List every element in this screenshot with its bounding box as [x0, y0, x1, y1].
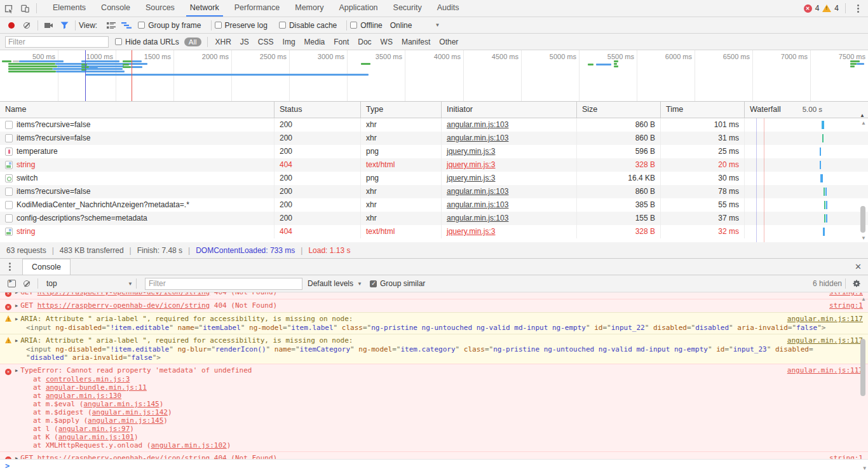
warning-badge-icon[interactable] [822, 4, 831, 12]
network-request-row[interactable]: KodiMediaCenter_NachrichtAnzeigen?metada… [0, 198, 868, 212]
network-request-row[interactable]: temperature200pngjquery.min.js:3596 B25 … [0, 145, 868, 158]
filter-type-font[interactable]: Font [334, 38, 349, 46]
stack-link[interactable]: angular.min.js:101 [58, 433, 134, 441]
tab-console[interactable]: Console [22, 259, 71, 275]
network-request-row[interactable]: string404text/htmljquery.min.js:3328 B32… [0, 225, 868, 238]
console-filter-input[interactable] [145, 278, 302, 290]
initiator-link[interactable]: jquery.min.js:3 [447, 227, 495, 236]
column-header-type[interactable]: Type [361, 102, 442, 118]
request-url-link[interactable]: https://raspberry-openhab-dev/icon/strin… [37, 301, 210, 310]
network-request-row[interactable]: items?recursive=false200xhrangular.min.j… [0, 118, 868, 132]
tab-network[interactable]: Network [182, 0, 227, 17]
filter-type-other[interactable]: Other [439, 38, 458, 46]
initiator-link[interactable]: angular.min.js:103 [447, 187, 508, 196]
filter-type-media[interactable]: Media [304, 38, 325, 46]
console-sidebar-toggle-icon[interactable] [4, 277, 19, 291]
column-header-size[interactable]: Size [577, 102, 661, 118]
tab-application[interactable]: Application [331, 0, 385, 17]
scroll-up-icon[interactable]: ▲ [861, 296, 866, 302]
large-rows-view-icon[interactable] [104, 18, 119, 32]
scrollbar-thumb[interactable] [860, 206, 865, 233]
initiator-link[interactable]: angular.min.js:103 [447, 120, 508, 129]
tab-memory[interactable]: Memory [287, 0, 331, 17]
network-request-row[interactable]: switch200pngjquery.min.js:316.4 KB30 ms [0, 172, 868, 185]
offline-checkbox[interactable] [350, 22, 357, 29]
close-icon[interactable]: ✕ [855, 262, 862, 271]
device-toolbar-icon[interactable] [17, 0, 33, 17]
filter-type-img[interactable]: Img [283, 38, 295, 46]
initiator-link[interactable]: angular.min.js:103 [447, 214, 508, 223]
filter-funnel-icon[interactable] [57, 18, 72, 32]
column-header-initiator[interactable]: Initiator [442, 102, 577, 118]
inspect-element-icon[interactable] [0, 0, 17, 17]
scroll-up-icon[interactable]: ▲ [861, 120, 866, 126]
network-request-row[interactable]: string404text/htmljquery.min.js:3328 B20… [0, 158, 868, 172]
filter-type-js[interactable]: JS [240, 38, 249, 46]
stack-link[interactable]: angular-bundle.min.js:11 [46, 383, 147, 392]
expand-caret-icon[interactable]: ▶ [15, 338, 18, 343]
clear-console-button[interactable] [19, 277, 34, 291]
screenshots-icon[interactable] [41, 18, 57, 32]
filter-type-doc[interactable]: Doc [358, 38, 371, 46]
console-prompt[interactable]: > ▼ [0, 459, 868, 473]
tab-elements[interactable]: Elements [45, 0, 93, 17]
filter-type-ws[interactable]: WS [381, 38, 393, 46]
source-location-link[interactable]: string:1 [829, 292, 863, 296]
initiator-link[interactable]: angular.min.js:103 [447, 134, 508, 142]
column-header-name[interactable]: Name [0, 102, 275, 118]
drawer-menu-icon[interactable] [4, 260, 16, 273]
source-location-link[interactable]: string:1 [829, 454, 863, 459]
chevron-down-icon[interactable]: ▼ [435, 22, 440, 28]
group-by-frame-checkbox[interactable] [138, 22, 145, 29]
request-url-link[interactable]: https://raspberry-openhab-dev/icon/strin… [37, 454, 210, 459]
network-request-row[interactable]: items?recursive=false200xhrangular.min.j… [0, 132, 868, 145]
stack-link[interactable]: angular.min.js:102 [151, 441, 226, 449]
record-button[interactable] [4, 18, 19, 32]
initiator-link[interactable]: jquery.min.js:3 [447, 147, 495, 156]
execution-context-select[interactable]: top ▼ [46, 279, 133, 288]
preserve-log-checkbox[interactable] [215, 22, 222, 29]
tab-audits[interactable]: Audits [430, 0, 467, 17]
disable-cache-checkbox[interactable] [279, 22, 286, 29]
network-filter-input[interactable] [5, 36, 109, 48]
devtools-menu-icon[interactable] [852, 2, 864, 15]
tab-console[interactable]: Console [93, 0, 138, 17]
throttling-select[interactable]: Online [390, 21, 412, 30]
stack-link[interactable]: angular.min.js:145 [83, 400, 159, 408]
stack-link[interactable]: controllers.min.js:3 [46, 375, 130, 383]
error-badge-icon[interactable]: ✕ [804, 4, 812, 13]
overview-waterfall-icon[interactable] [119, 18, 134, 32]
stack-link[interactable]: angular.min.js:142 [92, 408, 168, 416]
initiator-link[interactable]: angular.min.js:103 [447, 200, 508, 209]
network-request-row[interactable]: items?recursive=false200xhrangular.min.j… [0, 185, 868, 198]
filter-type-css[interactable]: CSS [258, 38, 274, 46]
filter-type-all[interactable]: All [184, 38, 201, 46]
network-overview-timeline[interactable]: 500 ms1000 ms1500 ms2000 ms2500 ms3000 m… [0, 50, 868, 102]
column-header-waterfall[interactable]: Waterfall5.00 s▲ [745, 102, 868, 118]
console-settings-gear-icon[interactable] [849, 277, 864, 291]
scroll-down-icon[interactable]: ▼ [863, 465, 866, 471]
column-header-status[interactable]: Status [275, 102, 361, 118]
initiator-link[interactable]: jquery.min.js:3 [447, 160, 495, 169]
tab-performance[interactable]: Performance [227, 0, 288, 17]
tab-security[interactable]: Security [386, 0, 430, 17]
source-location-link[interactable]: string:1 [829, 301, 863, 310]
request-url-link[interactable]: https://raspberry-openhab-dev/icon/strin… [37, 292, 210, 296]
network-request-row[interactable]: config-descriptions?scheme=metadata200xh… [0, 212, 868, 225]
source-location-link[interactable]: angular.min.js:117 [787, 315, 863, 323]
stack-link[interactable]: angular.min.js:97 [58, 425, 130, 433]
initiator-link[interactable]: jquery.min.js:3 [447, 174, 495, 182]
stack-link[interactable]: angular.min.js:145 [88, 416, 163, 425]
filter-type-manifest[interactable]: Manifest [402, 38, 430, 46]
log-levels-select[interactable]: Default levels ▼ [308, 279, 362, 288]
scrollbar-thumb[interactable] [860, 339, 865, 396]
expand-caret-icon[interactable]: ▶ [15, 292, 18, 295]
expand-caret-icon[interactable]: ▶ [15, 368, 18, 373]
scroll-down-icon[interactable]: ▼ [861, 235, 866, 241]
filter-type-xhr[interactable]: XHR [215, 38, 231, 46]
hide-data-urls-checkbox[interactable] [115, 38, 122, 45]
clear-button[interactable] [19, 18, 34, 32]
source-location-link[interactable]: angular.min.js:117 [787, 336, 863, 345]
expand-caret-icon[interactable]: ▶ [15, 317, 18, 322]
tab-sources[interactable]: Sources [138, 0, 182, 17]
